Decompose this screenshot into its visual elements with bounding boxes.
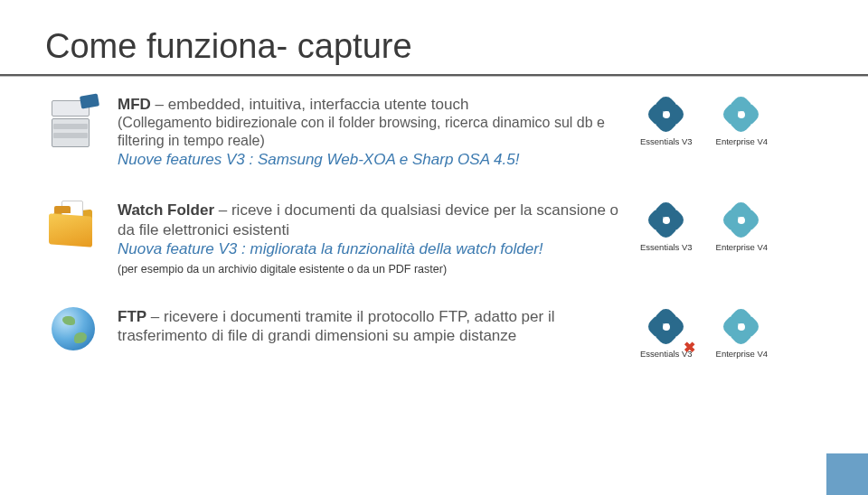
badge-enterprise: Enterprise V4	[716, 201, 769, 252]
mfd-sub: (Collegamento bidirezionale con il folde…	[118, 114, 624, 150]
printer-icon	[46, 95, 100, 147]
ftp-badges: Essentials V3 ✖ Enterprise V4	[640, 307, 812, 359]
ftp-text: – ricevere i documenti tramite il protoc…	[118, 308, 554, 344]
badge-enterprise: Enterprise V4	[716, 95, 769, 146]
badge-label: Enterprise V4	[716, 136, 769, 146]
pinwheel-icon	[646, 307, 686, 347]
title-divider	[0, 74, 868, 77]
watch-italic: Nuova feature V3 : migliorata la funzion…	[118, 239, 624, 259]
pinwheel-icon	[722, 201, 761, 240]
badge-label: Essentials V3	[640, 136, 693, 146]
badge-enterprise: Enterprise V4	[716, 307, 769, 359]
watch-badges: Essentials V3 Enterprise V4	[640, 201, 812, 252]
pinwheel-icon	[722, 307, 761, 347]
watch-note: (per esempio da un archivio digitale esi…	[118, 263, 624, 276]
badge-label: Essentials V3	[640, 242, 693, 252]
section-mfd: MFD – embedded, intuitiva, interfaccia u…	[45, 95, 823, 170]
pinwheel-icon	[646, 95, 686, 135]
pinwheel-icon	[646, 201, 686, 240]
folder-icon	[49, 201, 98, 246]
ftp-line-1: FTP – ricevere i documenti tramite il pr…	[118, 307, 624, 346]
watch-lead: Watch Folder	[118, 201, 214, 219]
mfd-line-1: MFD – embedded, intuitiva, interfaccia u…	[118, 95, 624, 114]
section-watch: Watch Folder – riceve i documenti da qua…	[45, 201, 823, 276]
badge-label: Enterprise V4	[716, 242, 769, 252]
mfd-italic: Nuove features V3 : Samsung Web-XOA e Sh…	[118, 150, 624, 170]
slide-title: Come funziona- capture	[45, 27, 823, 66]
badge-label: Enterprise V4	[716, 349, 769, 359]
mfd-lead: MFD	[118, 96, 151, 113]
slide: Come funziona- capture MFD – embedded, i…	[0, 0, 868, 495]
mfd-badges: Essentials V3 Enterprise V4	[640, 95, 812, 146]
globe-icon	[52, 307, 95, 350]
disabled-x-icon: ✖	[684, 339, 696, 351]
ftp-lead: FTP	[118, 308, 146, 325]
badge-essentials: Essentials V3	[640, 201, 693, 252]
badge-essentials-disabled: Essentials V3 ✖	[640, 307, 693, 359]
watch-line-1: Watch Folder – riceve i documenti da qua…	[118, 201, 624, 239]
badge-essentials: Essentials V3	[640, 95, 693, 146]
pinwheel-icon	[722, 95, 761, 135]
section-ftp: FTP – ricevere i documenti tramite il pr…	[45, 307, 823, 359]
mfd-text: – embedded, intuitiva, interfaccia utent…	[151, 96, 469, 113]
corner-accent	[826, 453, 868, 495]
